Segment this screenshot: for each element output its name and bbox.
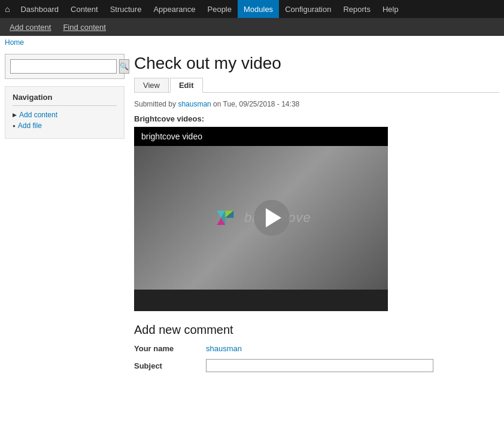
main-content: Check out my video View Edit Submitted b… [134, 54, 499, 378]
nav-item-content[interactable]: Content [65, 0, 104, 18]
submitted-by-prefix: Submitted by [134, 100, 176, 108]
play-icon [266, 208, 281, 227]
comment-section: Add new comment Your name shausman Subje… [134, 323, 499, 372]
your-name-value: shausman [206, 344, 242, 353]
circle-bullet: ● [13, 123, 16, 129]
breadcrumb: Home [0, 36, 504, 49]
video-player[interactable]: brightcove [134, 146, 388, 290]
nav-item-configuration[interactable]: Configuration [279, 0, 337, 18]
page-title: Check out my video [134, 54, 499, 73]
video-section: Brightcove videos: brightcove video [134, 114, 499, 311]
subject-label: Subject [134, 361, 206, 370]
sidebar: 🔍 Navigation ▶ Add content ● Add file [5, 54, 125, 378]
sidebar-add-content-link[interactable]: Add content [19, 111, 57, 119]
video-title-bar: brightcove video [134, 127, 388, 146]
nav-item-reports[interactable]: Reports [337, 0, 377, 18]
play-button[interactable] [254, 200, 290, 236]
top-navigation: ⌂ Dashboard Content Structure Appearance… [0, 0, 504, 18]
your-name-label: Your name [134, 344, 206, 353]
video-label: Brightcove videos: [134, 114, 499, 123]
sidebar-nav-add-file: ● Add file [13, 121, 117, 130]
breadcrumb-home[interactable]: Home [5, 38, 24, 47]
find-content-link[interactable]: Find content [58, 23, 111, 32]
home-icon[interactable]: ⌂ [5, 4, 10, 14]
triangle-bullet: ▶ [13, 112, 17, 118]
brightcove-logo-graphic [211, 206, 241, 230]
secondary-navigation: Add content Find content [0, 18, 504, 36]
subject-row: Subject [134, 359, 499, 372]
add-content-link[interactable]: Add content [5, 23, 56, 32]
page-layout: 🔍 Navigation ▶ Add content ● Add file Ch… [0, 49, 504, 383]
search-button[interactable]: 🔍 [119, 59, 129, 74]
search-icon: 🔍 [120, 62, 129, 71]
content-tabs: View Edit [134, 78, 499, 93]
your-name-row: Your name shausman [134, 344, 499, 353]
search-box: 🔍 [5, 54, 125, 79]
tab-edit[interactable]: Edit [170, 78, 203, 93]
sidebar-nav-title: Navigation [13, 93, 117, 106]
tab-view[interactable]: View [134, 78, 169, 92]
sidebar-nav-add-content: ▶ Add content [13, 111, 117, 119]
comment-section-title: Add new comment [134, 323, 499, 337]
nav-item-structure[interactable]: Structure [104, 0, 148, 18]
nav-item-dashboard[interactable]: Dashboard [14, 0, 65, 18]
search-input[interactable] [10, 59, 117, 74]
submission-info: Submitted by shausman on Tue, 09/25/2018… [134, 100, 499, 108]
nav-item-help[interactable]: Help [377, 0, 405, 18]
video-bottom-bar [134, 290, 388, 311]
nav-item-appearance[interactable]: Appearance [147, 0, 201, 18]
sidebar-navigation-block: Navigation ▶ Add content ● Add file [5, 86, 125, 139]
nav-item-modules[interactable]: Modules [238, 0, 279, 18]
subject-input[interactable] [206, 359, 433, 372]
submitted-on: on Tue, 09/25/2018 - 14:38 [213, 100, 299, 108]
sidebar-add-file-link[interactable]: Add file [18, 121, 42, 130]
author-link[interactable]: shausman [178, 100, 211, 108]
video-container: brightcove video [134, 127, 388, 311]
nav-item-people[interactable]: People [202, 0, 238, 18]
